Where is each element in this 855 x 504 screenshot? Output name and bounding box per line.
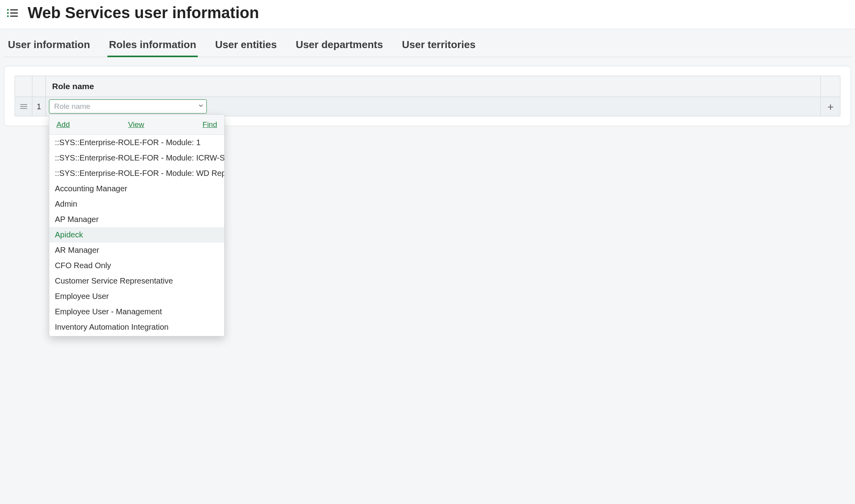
dropdown-add-link[interactable]: Add xyxy=(56,120,70,129)
dropdown-option[interactable]: CFO Read Only xyxy=(49,258,224,273)
tab-user-territories[interactable]: User territories xyxy=(400,36,477,57)
role-dropdown: Add View Find ::SYS::Enterprise-ROLE-FOR… xyxy=(49,114,225,336)
role-name-combo: Add View Find ::SYS::Enterprise-ROLE-FOR… xyxy=(49,99,207,114)
dropdown-option[interactable]: ::SYS::Enterprise-ROLE-FOR - Module: 1 xyxy=(49,135,224,150)
page-title: Web Services user information xyxy=(28,4,259,22)
row-number: 1 xyxy=(32,97,46,116)
list-menu-icon[interactable] xyxy=(7,8,18,18)
tab-user-departments[interactable]: User departments xyxy=(294,36,384,57)
roles-grid: Role name 1 xyxy=(15,76,840,116)
add-row-button[interactable]: ＋ xyxy=(820,97,840,116)
dropdown-option[interactable]: Employee User xyxy=(49,289,224,304)
dropdown-option[interactable]: Project Manager xyxy=(49,335,224,336)
roles-panel: Role name 1 xyxy=(4,66,851,126)
tab-user-information[interactable]: User information xyxy=(6,36,92,57)
grid-row: 1 Add View Find xyxy=(15,97,840,116)
svg-rect-0 xyxy=(7,9,9,11)
dropdown-option[interactable]: AR Manager xyxy=(49,243,224,258)
role-name-cell: Add View Find ::SYS::Enterprise-ROLE-FOR… xyxy=(46,97,820,116)
tabs-bar: User informationRoles informationUser en… xyxy=(4,29,851,57)
svg-rect-1 xyxy=(7,12,9,14)
svg-rect-2 xyxy=(7,15,9,17)
dropdown-option[interactable]: ::SYS::Enterprise-ROLE-FOR - Module: ICR… xyxy=(49,150,224,166)
dropdown-option[interactable]: Apideck xyxy=(49,227,224,243)
dropdown-option[interactable]: Customer Service Representative xyxy=(49,273,224,289)
dropdown-find-link[interactable]: Find xyxy=(202,120,217,129)
dropdown-option[interactable]: Employee User - Management xyxy=(49,304,224,319)
tab-user-entities[interactable]: User entities xyxy=(214,36,278,57)
dropdown-option[interactable]: ::SYS::Enterprise-ROLE-FOR - Module: WD … xyxy=(49,166,224,181)
dropdown-option[interactable]: Admin xyxy=(49,196,224,212)
dropdown-list[interactable]: ::SYS::Enterprise-ROLE-FOR - Module: 1::… xyxy=(49,135,224,336)
column-header-role-name[interactable]: Role name xyxy=(46,76,820,97)
row-drag-handle[interactable] xyxy=(15,97,32,116)
dropdown-toolbar: Add View Find xyxy=(49,115,224,135)
tab-roles-information[interactable]: Roles information xyxy=(107,36,198,57)
plus-icon: ＋ xyxy=(825,101,836,112)
dropdown-option[interactable]: AP Manager xyxy=(49,212,224,227)
role-name-input[interactable] xyxy=(49,99,207,114)
dropdown-option[interactable]: Accounting Manager xyxy=(49,181,224,196)
grid-header: Role name xyxy=(15,76,840,97)
dropdown-view-link[interactable]: View xyxy=(128,120,144,129)
dropdown-option[interactable]: Inventory Automation Integration xyxy=(49,319,224,335)
page-header: Web Services user information xyxy=(0,0,855,29)
